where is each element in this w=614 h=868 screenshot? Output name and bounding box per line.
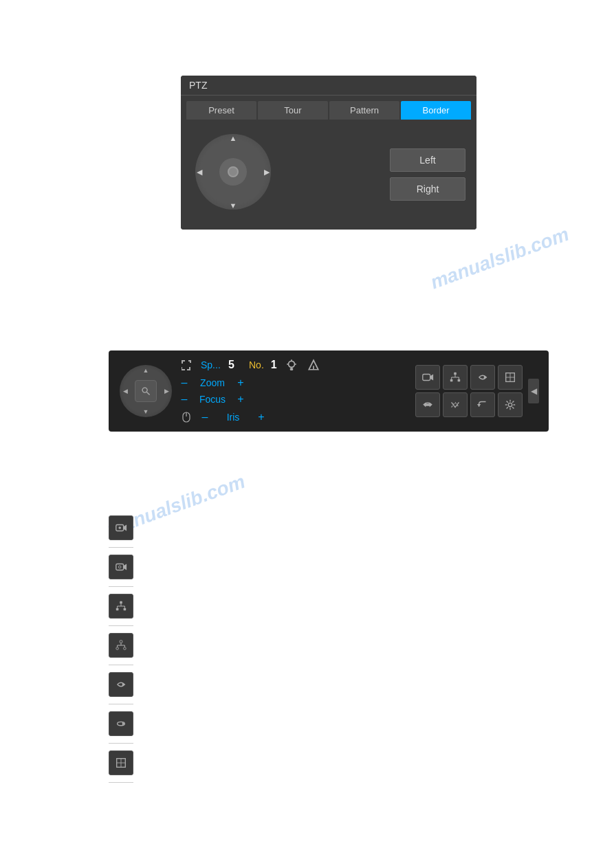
icon-group-tour-2 bbox=[109, 704, 133, 744]
no-label: No. bbox=[249, 359, 264, 370]
icon-tree-1[interactable] bbox=[109, 594, 133, 619]
return-button[interactable] bbox=[470, 392, 495, 417]
ptz-joystick[interactable]: ▲ ▼ ◀ ▶ bbox=[192, 131, 274, 213]
icon-group-border bbox=[109, 744, 133, 783]
svg-rect-41 bbox=[120, 641, 122, 643]
control-right bbox=[415, 365, 523, 417]
svg-point-33 bbox=[118, 566, 121, 568]
svg-rect-35 bbox=[116, 608, 119, 611]
flip-button[interactable] bbox=[443, 392, 468, 417]
icon-list-section bbox=[109, 509, 133, 783]
icon-tree-2[interactable] bbox=[109, 633, 133, 658]
icon-border[interactable] bbox=[109, 750, 133, 775]
icon-row-2 bbox=[415, 392, 523, 417]
focus-label: Focus bbox=[195, 394, 230, 405]
icon-group-camera-2 bbox=[109, 548, 133, 587]
zoom-minus[interactable]: – bbox=[179, 377, 190, 389]
svg-marker-32 bbox=[124, 564, 127, 570]
iris-row: – Iris + bbox=[179, 410, 410, 425]
collapse-arrow[interactable]: ◀ bbox=[528, 379, 539, 403]
tab-preset[interactable]: Preset bbox=[186, 101, 256, 120]
svg-marker-13 bbox=[430, 375, 434, 381]
icon-group-camera bbox=[109, 509, 133, 548]
auto-pan-button[interactable] bbox=[415, 392, 440, 417]
record-button[interactable] bbox=[415, 365, 440, 390]
tab-border[interactable]: Border bbox=[401, 101, 471, 120]
left-button[interactable]: Left bbox=[390, 148, 465, 172]
iris-minus[interactable]: – bbox=[199, 411, 210, 423]
ctrl-arrow-right[interactable]: ▶ bbox=[161, 386, 172, 397]
speed-label: Sp... bbox=[201, 359, 221, 370]
preset-list-button[interactable] bbox=[443, 365, 468, 390]
svg-rect-34 bbox=[120, 601, 122, 604]
joystick-inner bbox=[219, 158, 247, 186]
svg-point-0 bbox=[142, 388, 147, 392]
border-scan-button[interactable] bbox=[498, 365, 523, 390]
control-middle: Sp... 5 No. 1 bbox=[179, 357, 410, 425]
ptz-panel: PTZ Preset Tour Pattern Border ▲ ▼ ◀ ▶ L… bbox=[181, 76, 476, 230]
settings-button[interactable] bbox=[498, 392, 523, 417]
svg-line-1 bbox=[146, 392, 149, 394]
ptz-title: PTZ bbox=[181, 76, 476, 96]
mouse-icon bbox=[179, 410, 194, 425]
tour-button[interactable] bbox=[470, 365, 495, 390]
arrow-right-button[interactable]: ▶ bbox=[259, 164, 274, 179]
zoom-row: – Zoom + bbox=[179, 377, 410, 389]
no-value: 1 bbox=[271, 359, 277, 371]
svg-rect-12 bbox=[423, 375, 430, 381]
focus-row: – Focus + bbox=[179, 393, 410, 405]
watermark-1: manualslib.com bbox=[428, 223, 572, 293]
control-joystick-inner bbox=[135, 380, 157, 402]
resize-icon bbox=[179, 357, 194, 372]
joystick-dot bbox=[228, 166, 239, 177]
tab-tour[interactable]: Tour bbox=[258, 101, 328, 120]
icon-group-tree-1 bbox=[109, 587, 133, 626]
icon-group-tour-1 bbox=[109, 665, 133, 704]
ctrl-arrow-left[interactable]: ◀ bbox=[120, 386, 131, 397]
focus-plus[interactable]: + bbox=[235, 393, 246, 405]
control-bar: ▲ ▼ ◀ ▶ Sp... 5 No. 1 bbox=[109, 350, 549, 432]
icon-camera-2[interactable] bbox=[109, 555, 133, 579]
svg-point-43 bbox=[124, 647, 127, 650]
svg-marker-26 bbox=[477, 404, 481, 407]
arrow-up-button[interactable]: ▲ bbox=[226, 131, 241, 146]
svg-rect-16 bbox=[458, 379, 461, 382]
tab-pattern[interactable]: Pattern bbox=[329, 101, 399, 120]
border-buttons: Left Right bbox=[390, 131, 465, 219]
icon-tour-1[interactable] bbox=[109, 672, 133, 697]
ptz-content: ▲ ▼ ◀ ▶ Left Right bbox=[181, 120, 476, 230]
control-top-row: Sp... 5 No. 1 bbox=[179, 357, 410, 372]
svg-point-42 bbox=[116, 647, 119, 650]
zoom-label: Zoom bbox=[195, 377, 230, 388]
ptz-tabs: Preset Tour Pattern Border bbox=[181, 96, 476, 120]
svg-rect-15 bbox=[450, 379, 453, 382]
zoom-plus[interactable]: + bbox=[235, 377, 246, 389]
speed-value: 5 bbox=[228, 359, 242, 371]
ctrl-arrow-up[interactable]: ▲ bbox=[140, 365, 151, 376]
icon-camera-1[interactable] bbox=[109, 515, 133, 540]
icon-tour-2[interactable] bbox=[109, 711, 133, 736]
svg-rect-31 bbox=[116, 564, 124, 570]
svg-point-30 bbox=[118, 526, 121, 529]
ctrl-arrow-down[interactable]: ▼ bbox=[140, 406, 151, 417]
zoom-search-icon bbox=[141, 386, 151, 396]
svg-point-2 bbox=[288, 361, 294, 367]
icon-group-tree-2 bbox=[109, 626, 133, 665]
focus-minus[interactable]: – bbox=[179, 393, 190, 405]
control-joystick[interactable]: ▲ ▼ ◀ ▶ bbox=[118, 364, 173, 419]
svg-marker-29 bbox=[124, 525, 127, 531]
svg-point-27 bbox=[508, 403, 512, 406]
right-button[interactable]: Right bbox=[390, 177, 465, 201]
iris-label: Iris bbox=[216, 412, 250, 423]
svg-rect-7 bbox=[289, 368, 293, 370]
svg-rect-14 bbox=[454, 372, 457, 375]
light-icon[interactable] bbox=[284, 357, 299, 372]
icon-row-1 bbox=[415, 365, 523, 390]
wiper-icon[interactable] bbox=[306, 357, 321, 372]
arrow-left-button[interactable]: ◀ bbox=[192, 164, 207, 179]
arrow-down-button[interactable]: ▼ bbox=[226, 198, 241, 213]
iris-plus[interactable]: + bbox=[256, 411, 267, 423]
svg-rect-36 bbox=[124, 608, 127, 611]
